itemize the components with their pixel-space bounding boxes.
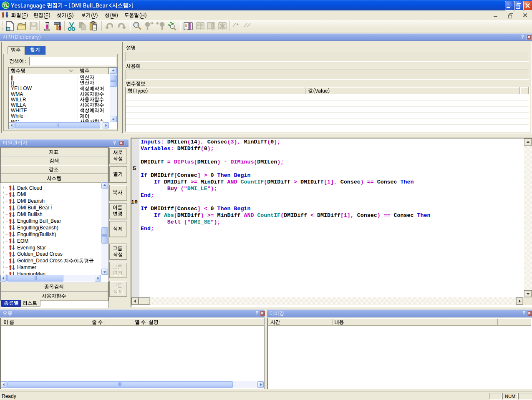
svg-text:YL: YL (3, 3, 8, 8)
